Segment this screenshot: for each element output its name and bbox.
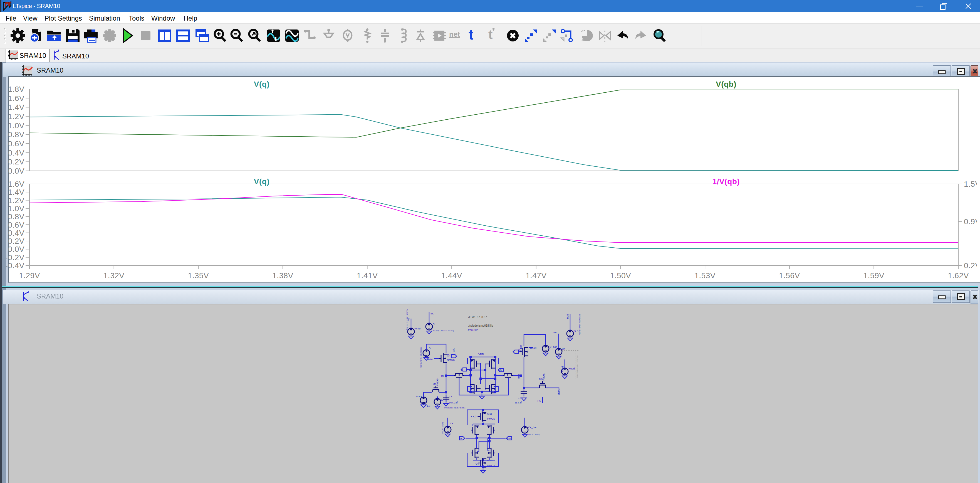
svg-text:1.2V: 1.2V (8, 112, 24, 121)
svg-text:1.59V: 1.59V (864, 271, 885, 280)
svg-text:1.50V: 1.50V (610, 271, 631, 280)
svg-text:XX: XX (450, 422, 453, 425)
svg-text:NMOS: NMOS (447, 358, 455, 361)
svg-text:0.8V: 0.8V (8, 130, 24, 139)
svg-text:PMOS: PMOS (436, 378, 439, 386)
svg-text:0.4V: 0.4V (8, 148, 24, 157)
svg-text:1.6V: 1.6V (8, 180, 24, 188)
svg-text:167.23f: 167.23f (449, 401, 458, 404)
svg-text:1.56V: 1.56V (779, 271, 800, 280)
svg-text:NMOS: NMOS (487, 464, 495, 467)
svg-text:1.8: 1.8 (426, 404, 430, 407)
svg-text:WL: WL (452, 348, 455, 352)
svg-text:PULSE(0 1.8 10n 1n 1n 20n 80n): PULSE(0 1.8 10n 1n 1n 20n 80n) (576, 355, 578, 378)
svg-text:-0.2V: -0.2V (6, 253, 24, 262)
svg-text:Q: Q (429, 346, 431, 349)
svg-text:BLB: BLB (573, 330, 578, 333)
svg-text:PWL(0 1.8 1n 0): PWL(0 1.8 1n 0) (528, 434, 539, 435)
svg-text:PC: PC (538, 399, 541, 402)
svg-text:t: t (469, 26, 473, 43)
svg-text:1.44V: 1.44V (441, 271, 462, 280)
svg-text:0.6V: 0.6V (8, 221, 24, 229)
svg-text:.include tsmc018l.lib: .include tsmc018l.lib (468, 324, 493, 327)
svg-text:PMOS: PMOS (487, 417, 495, 420)
svg-text:1.2V: 1.2V (8, 196, 24, 205)
svg-text:BL: BL (460, 437, 463, 440)
svg-text:Write: Write (414, 327, 420, 330)
svg-text:PULSE(0 1.8 0 1n 1n 40n 80n): PULSE(0 1.8 0 1n 1n 40n 80n) (579, 314, 581, 335)
svg-text:1.5V: 1.5V (964, 180, 977, 188)
svg-text:t: t (488, 27, 493, 42)
svg-text:VDD: VDD (478, 352, 484, 355)
svg-text:XX: XX (475, 463, 479, 466)
svg-text:VDD: VDD (416, 395, 422, 398)
svg-text:1/V(qb): 1/V(qb) (713, 177, 740, 186)
svg-text:Read: Read (568, 367, 575, 370)
svg-text:PULSE(0 1.8 0 1n 1n 40n 80n): PULSE(0 1.8 0 1n 1n 40n 80n) (444, 407, 465, 409)
svg-text:M16: M16 (487, 459, 492, 462)
svg-text:V(q): V(q) (254, 177, 269, 186)
svg-text:VDD: VDD (557, 389, 560, 395)
svg-text:PMOS: PMOS (542, 373, 545, 381)
svg-text:BL: BL (433, 322, 436, 325)
svg-text:-0.4V: -0.4V (6, 261, 24, 270)
svg-text:V(qb): V(qb) (716, 80, 737, 88)
svg-text:QB: QB (498, 369, 502, 372)
svg-text:WL: WL (518, 349, 520, 351)
svg-text:D_bar: D_bar (519, 345, 522, 352)
svg-text:WL: WL (408, 318, 410, 321)
svg-text:D_bar: D_bar (549, 345, 557, 348)
svg-text:1.53V: 1.53V (694, 271, 716, 280)
svg-text:net: net (449, 30, 460, 38)
svg-text:0.2V: 0.2V (8, 237, 24, 245)
svg-text:0.0V: 0.0V (8, 245, 24, 253)
svg-text:1.32V: 1.32V (103, 271, 124, 280)
svg-text:BL: BL (431, 312, 434, 315)
svg-text:PULSE(0 1.8 0 1n 1n 40n 80n): PULSE(0 1.8 0 1n 1n 40n 80n) (420, 347, 422, 368)
svg-text:1.4V: 1.4V (8, 188, 24, 196)
svg-text:C2: C2 (518, 396, 521, 399)
svg-text:C1: C1 (449, 395, 452, 398)
svg-text:0.6V: 0.6V (8, 139, 24, 148)
svg-text:1.47V: 1.47V (526, 271, 547, 280)
svg-text:0.0V: 0.0V (8, 167, 24, 175)
svg-text:.dc WL 0 1.8 0.1: .dc WL 0 1.8 0.1 (468, 316, 488, 319)
svg-text:1.35V: 1.35V (188, 271, 209, 280)
svg-text:V(q): V(q) (254, 80, 269, 88)
svg-text:PWL(0 0 1n 1.8): PWL(0 0 1n 1.8) (442, 422, 444, 434)
svg-text:XX_bar: XX_bar (471, 415, 479, 418)
svg-text:1.38V: 1.38V (272, 271, 293, 280)
svg-text:1.0V: 1.0V (8, 121, 24, 130)
svg-text:M7: M7 (447, 353, 450, 356)
svg-text:1.62V: 1.62V (948, 271, 969, 280)
svg-text:WL: WL (554, 331, 557, 334)
svg-text:1.0V: 1.0V (8, 204, 24, 213)
svg-text:0.8V: 0.8V (8, 212, 24, 221)
svg-text:1.6V: 1.6V (8, 94, 24, 103)
svg-text:Q: Q (461, 368, 463, 371)
svg-text:1.41V: 1.41V (357, 271, 378, 280)
svg-text:BLB: BLB (517, 374, 520, 379)
svg-text:1.29V: 1.29V (19, 271, 40, 280)
svg-text:Read: Read (530, 346, 536, 349)
svg-text:1.4V: 1.4V (8, 103, 24, 112)
svg-text:XX_bar: XX_bar (528, 426, 537, 429)
svg-text:M15: M15 (487, 412, 492, 415)
svg-text:0.9V: 0.9V (964, 217, 977, 226)
svg-text:0.4V: 0.4V (8, 229, 24, 238)
svg-text:BLB: BLB (506, 437, 511, 440)
svg-text:.tran 80n: .tran 80n (467, 328, 478, 332)
svg-text:BL: BL (441, 375, 444, 378)
svg-text:Read: Read (561, 366, 564, 373)
svg-text:BLB: BLB (566, 314, 569, 319)
svg-text:0.2V: 0.2V (8, 158, 24, 166)
svg-text:Write: Write (426, 357, 433, 360)
svg-text:0.2V: 0.2V (964, 261, 977, 270)
svg-text:1.8V: 1.8V (8, 85, 24, 94)
svg-text:PULSE(0 1.8 0 1n 1n 40n 80n): PULSE(0 1.8 0 1n 1n 40n 80n) (433, 330, 453, 332)
svg-text:113.3f: 113.3f (514, 401, 522, 404)
